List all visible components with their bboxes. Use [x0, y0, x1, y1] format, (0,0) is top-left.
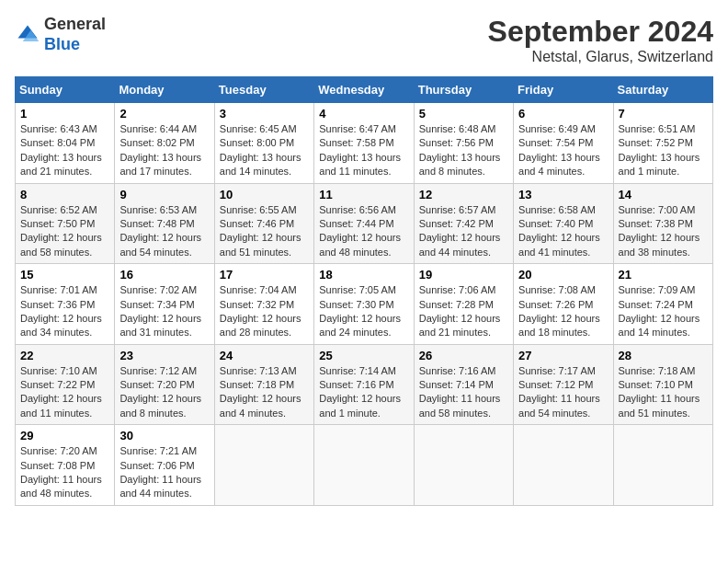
day-number: 7	[619, 107, 708, 121]
calendar-week-row: 1Sunrise: 6:43 AM Sunset: 8:04 PM Daylig…	[16, 103, 713, 184]
day-number: 2	[119, 107, 209, 121]
weekday-header: Tuesday	[214, 77, 313, 103]
logo: General Blue	[15, 15, 106, 54]
day-info: Sunrise: 6:45 AM Sunset: 8:00 PM Dayligh…	[220, 122, 309, 179]
calendar-day-cell: 14Sunrise: 7:00 AM Sunset: 7:38 PM Dayli…	[613, 183, 712, 264]
day-info: Sunrise: 6:49 AM Sunset: 7:54 PM Dayligh…	[518, 122, 608, 179]
day-info: Sunrise: 7:21 AM Sunset: 7:06 PM Dayligh…	[119, 444, 209, 501]
day-info: Sunrise: 6:47 AM Sunset: 7:58 PM Dayligh…	[319, 122, 408, 179]
weekday-header: Wednesday	[314, 77, 414, 103]
calendar-day-cell: 30Sunrise: 7:21 AM Sunset: 7:06 PM Dayli…	[115, 425, 214, 506]
calendar-day-cell: 28Sunrise: 7:18 AM Sunset: 7:10 PM Dayli…	[613, 344, 712, 425]
calendar-week-row: 15Sunrise: 7:01 AM Sunset: 7:36 PM Dayli…	[16, 264, 713, 345]
day-info: Sunrise: 6:55 AM Sunset: 7:46 PM Dayligh…	[220, 203, 309, 260]
day-number: 6	[518, 107, 608, 121]
day-number: 5	[419, 107, 508, 121]
day-info: Sunrise: 7:17 AM Sunset: 7:12 PM Dayligh…	[518, 364, 608, 421]
day-info: Sunrise: 7:09 AM Sunset: 7:24 PM Dayligh…	[619, 283, 708, 340]
day-info: Sunrise: 7:18 AM Sunset: 7:10 PM Dayligh…	[619, 364, 708, 421]
calendar-day-cell	[214, 425, 313, 506]
calendar-day-cell: 22Sunrise: 7:10 AM Sunset: 7:22 PM Dayli…	[16, 344, 115, 425]
day-number: 23	[119, 349, 209, 362]
day-info: Sunrise: 7:02 AM Sunset: 7:34 PM Dayligh…	[119, 283, 209, 340]
day-info: Sunrise: 7:00 AM Sunset: 7:38 PM Dayligh…	[619, 203, 708, 260]
calendar-day-cell: 24Sunrise: 7:13 AM Sunset: 7:18 PM Dayli…	[214, 344, 313, 425]
calendar-day-cell: 16Sunrise: 7:02 AM Sunset: 7:34 PM Dayli…	[115, 264, 214, 345]
day-number: 25	[319, 349, 408, 362]
day-info: Sunrise: 7:16 AM Sunset: 7:14 PM Dayligh…	[419, 364, 508, 421]
day-info: Sunrise: 7:01 AM Sunset: 7:36 PM Dayligh…	[20, 283, 109, 340]
title-block: September 2024 Netstal, Glarus, Switzerl…	[488, 15, 713, 65]
calendar-day-cell: 21Sunrise: 7:09 AM Sunset: 7:24 PM Dayli…	[613, 264, 712, 345]
day-number: 28	[619, 349, 708, 362]
day-number: 22	[20, 349, 109, 362]
day-info: Sunrise: 7:10 AM Sunset: 7:22 PM Dayligh…	[20, 364, 109, 421]
month-title: September 2024	[488, 15, 713, 49]
day-number: 8	[20, 188, 109, 201]
day-number: 16	[119, 268, 209, 282]
calendar-day-cell: 15Sunrise: 7:01 AM Sunset: 7:36 PM Dayli…	[16, 264, 115, 345]
logo-general: General	[44, 15, 106, 33]
calendar-day-cell: 3Sunrise: 6:45 AM Sunset: 8:00 PM Daylig…	[214, 103, 313, 184]
calendar-day-cell: 5Sunrise: 6:48 AM Sunset: 7:56 PM Daylig…	[414, 103, 513, 184]
calendar-week-row: 22Sunrise: 7:10 AM Sunset: 7:22 PM Dayli…	[16, 344, 713, 425]
calendar-day-cell: 10Sunrise: 6:55 AM Sunset: 7:46 PM Dayli…	[214, 183, 313, 264]
day-info: Sunrise: 7:14 AM Sunset: 7:16 PM Dayligh…	[319, 364, 408, 421]
calendar-day-cell: 9Sunrise: 6:53 AM Sunset: 7:48 PM Daylig…	[115, 183, 214, 264]
calendar-day-cell	[414, 425, 513, 506]
day-info: Sunrise: 6:48 AM Sunset: 7:56 PM Dayligh…	[419, 122, 508, 179]
day-info: Sunrise: 7:08 AM Sunset: 7:26 PM Dayligh…	[518, 283, 608, 340]
day-number: 3	[220, 107, 309, 121]
day-number: 29	[20, 429, 109, 442]
day-number: 12	[419, 188, 508, 201]
calendar-day-cell: 26Sunrise: 7:16 AM Sunset: 7:14 PM Dayli…	[414, 344, 513, 425]
weekday-header: Sunday	[16, 77, 115, 103]
day-number: 4	[319, 107, 408, 121]
day-number: 11	[319, 188, 408, 201]
calendar-week-row: 8Sunrise: 6:52 AM Sunset: 7:50 PM Daylig…	[16, 183, 713, 264]
day-number: 10	[220, 188, 309, 201]
calendar-day-cell: 18Sunrise: 7:05 AM Sunset: 7:30 PM Dayli…	[314, 264, 414, 345]
day-number: 9	[119, 188, 209, 201]
weekday-header-row: SundayMondayTuesdayWednesdayThursdayFrid…	[16, 77, 713, 103]
day-number: 13	[518, 188, 608, 201]
day-info: Sunrise: 7:05 AM Sunset: 7:30 PM Dayligh…	[319, 283, 408, 340]
weekday-header: Friday	[514, 77, 613, 103]
day-number: 1	[20, 107, 109, 121]
logo-icon	[15, 22, 40, 48]
weekday-header: Monday	[115, 77, 214, 103]
day-info: Sunrise: 6:53 AM Sunset: 7:48 PM Dayligh…	[119, 203, 209, 260]
day-info: Sunrise: 6:51 AM Sunset: 7:52 PM Dayligh…	[619, 122, 708, 179]
day-number: 14	[619, 188, 708, 201]
day-info: Sunrise: 6:44 AM Sunset: 8:02 PM Dayligh…	[119, 122, 209, 179]
calendar-day-cell	[514, 425, 613, 506]
day-info: Sunrise: 7:06 AM Sunset: 7:28 PM Dayligh…	[419, 283, 508, 340]
day-info: Sunrise: 7:04 AM Sunset: 7:32 PM Dayligh…	[220, 283, 309, 340]
page-header: General Blue September 2024 Netstal, Gla…	[15, 15, 713, 65]
calendar-day-cell	[613, 425, 712, 506]
weekday-header: Thursday	[414, 77, 513, 103]
calendar-day-cell: 29Sunrise: 7:20 AM Sunset: 7:08 PM Dayli…	[16, 425, 115, 506]
calendar-day-cell	[314, 425, 414, 506]
day-number: 26	[419, 349, 508, 362]
day-number: 19	[419, 268, 508, 282]
calendar-header: SundayMondayTuesdayWednesdayThursdayFrid…	[16, 77, 713, 103]
day-info: Sunrise: 6:43 AM Sunset: 8:04 PM Dayligh…	[20, 122, 109, 179]
calendar-week-row: 29Sunrise: 7:20 AM Sunset: 7:08 PM Dayli…	[16, 425, 713, 506]
calendar-day-cell: 8Sunrise: 6:52 AM Sunset: 7:50 PM Daylig…	[16, 183, 115, 264]
calendar-day-cell: 6Sunrise: 6:49 AM Sunset: 7:54 PM Daylig…	[514, 103, 613, 184]
calendar-day-cell: 19Sunrise: 7:06 AM Sunset: 7:28 PM Dayli…	[414, 264, 513, 345]
day-info: Sunrise: 7:13 AM Sunset: 7:18 PM Dayligh…	[220, 364, 309, 421]
calendar-day-cell: 27Sunrise: 7:17 AM Sunset: 7:12 PM Dayli…	[514, 344, 613, 425]
calendar-day-cell: 25Sunrise: 7:14 AM Sunset: 7:16 PM Dayli…	[314, 344, 414, 425]
calendar-day-cell: 11Sunrise: 6:56 AM Sunset: 7:44 PM Dayli…	[314, 183, 414, 264]
day-info: Sunrise: 7:20 AM Sunset: 7:08 PM Dayligh…	[20, 444, 109, 501]
location: Netstal, Glarus, Switzerland	[488, 49, 713, 65]
day-number: 24	[220, 349, 309, 362]
day-number: 21	[619, 268, 708, 282]
calendar-day-cell: 23Sunrise: 7:12 AM Sunset: 7:20 PM Dayli…	[115, 344, 214, 425]
day-number: 18	[319, 268, 408, 282]
calendar-day-cell: 1Sunrise: 6:43 AM Sunset: 8:04 PM Daylig…	[16, 103, 115, 184]
calendar-day-cell: 20Sunrise: 7:08 AM Sunset: 7:26 PM Dayli…	[514, 264, 613, 345]
day-info: Sunrise: 6:57 AM Sunset: 7:42 PM Dayligh…	[419, 203, 508, 260]
